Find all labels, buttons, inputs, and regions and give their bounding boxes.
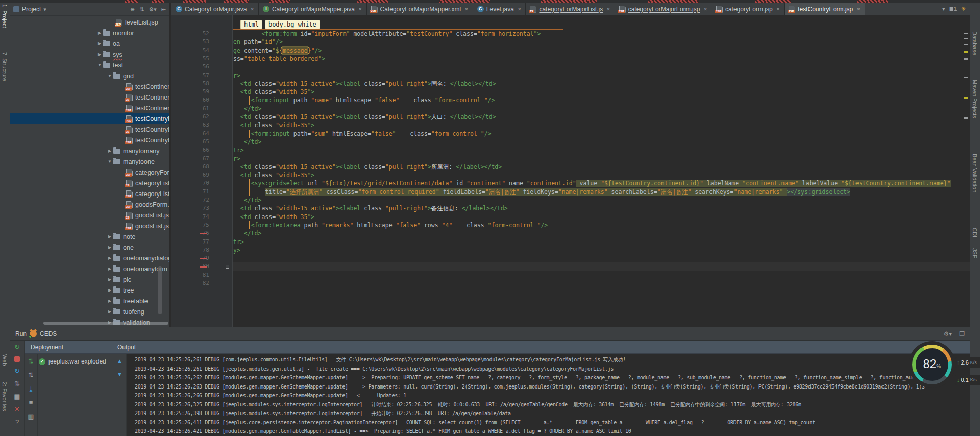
code-line-66[interactable]: tr> xyxy=(233,146,244,155)
project-tree-vscrollbar[interactable] xyxy=(158,266,162,314)
tab-deployment[interactable]: Deployment xyxy=(24,344,113,351)
code-line-73[interactable]: <td class="width-15 active"><label class… xyxy=(233,204,508,213)
code-line-78[interactable]: y> xyxy=(233,246,240,255)
code-editor[interactable]: 5253545556575859606162636465666768697071… xyxy=(172,15,970,327)
toolwindow-button-favorites[interactable]: 2: Favorites xyxy=(2,382,8,411)
code-line-55[interactable]: ss="table table-bordered"> xyxy=(233,55,325,63)
stripe-mark[interactable] xyxy=(964,33,968,34)
tree-item-categoryForm-jsp[interactable]: JSPcategoryForm.jsp xyxy=(10,167,169,178)
editor-tab-CategoryForMajorMapper-java[interactable]: ICategoryForMajorMapper.java✕ xyxy=(259,3,367,15)
code-line-58[interactable]: <td class="width-15 active"><label class… xyxy=(233,80,496,88)
tree-item-grid[interactable]: ▼grid xyxy=(10,70,169,81)
project-view-dropdown-icon[interactable]: ▾ xyxy=(43,6,46,13)
close-icon[interactable]: ✕ xyxy=(358,7,362,12)
list-button[interactable]: ≡ xyxy=(29,399,33,406)
tree-item-one[interactable]: ▶one xyxy=(10,242,169,253)
close-icon[interactable]: ✕ xyxy=(776,7,780,12)
editor-tab-categoryForMajorForm-jsp[interactable]: JSPcategoryForMajorForm.jsp✕ xyxy=(615,3,712,15)
chevron-right-icon[interactable]: ▶ xyxy=(106,267,113,271)
chevron-right-icon[interactable]: ▶ xyxy=(96,31,103,35)
chevron-right-icon[interactable]: ▶ xyxy=(106,309,113,314)
toolwindow-button-cdi[interactable]: CDI xyxy=(972,228,978,237)
code-line-60[interactable]: <form:input path="name" htmlEscape="fals… xyxy=(233,96,495,105)
code-line-70[interactable]: <sys:gridselect url="${ctx}/test/grid/te… xyxy=(233,179,951,188)
monitor-button[interactable]: ▥ xyxy=(28,413,34,420)
code-line-53[interactable]: en path="id"/> xyxy=(233,38,283,46)
run-settings-icon[interactable]: ⚙▾ xyxy=(943,330,952,337)
editor-tab-testCountryForm-jsp[interactable]: JSPtestCountryForm.jsp✕ xyxy=(785,3,865,15)
stop-button[interactable] xyxy=(14,356,20,362)
tree-item-categoryList-jsp[interactable]: JSPcategoryList.jsp xyxy=(10,188,169,199)
close-icon[interactable]: ✕ xyxy=(464,7,469,12)
tree-item-testContinentList-js[interactable]: JStestContinentList.js xyxy=(10,92,169,103)
code-line-65[interactable]: </td> xyxy=(233,138,261,147)
toolwindow-button-web[interactable]: Web xyxy=(2,354,8,366)
next-message-button[interactable]: ▼ xyxy=(117,371,122,377)
hide-panel-icon[interactable]: ⇤ xyxy=(161,6,166,13)
tree-item-oa[interactable]: ▶oa xyxy=(10,38,169,49)
tree-item-onetomanydialog[interactable]: ▶onetomanydialog xyxy=(10,253,169,263)
deployment-item-row[interactable]: ✓ jeeplus:war exploded xyxy=(39,358,106,365)
code-line-57[interactable]: r> xyxy=(233,71,240,80)
prev-message-button[interactable]: ▲ xyxy=(117,358,122,364)
stripe-mark[interactable] xyxy=(964,38,968,39)
toolwindow-button-maven-projects[interactable]: Maven Projects xyxy=(972,80,978,118)
editor-tab-Level-java[interactable]: CLevel.java✕ xyxy=(473,3,526,15)
tree-item-goodsForm-jsp[interactable]: JSPgoodsForm.jsp xyxy=(10,199,169,210)
hidden-tabs-dropdown-icon[interactable]: ▾ xyxy=(942,6,945,12)
code-line-62[interactable]: <td class="width-15 active"><label class… xyxy=(233,113,496,122)
tree-item-testCountryList-jsp[interactable]: JSPtestCountryList.jsp xyxy=(10,135,169,146)
tree-item-sys[interactable]: ▶sys xyxy=(10,49,169,60)
editor-tab-CategoryForMajorMapper-xml[interactable]: XMLCategoryForMajorMapper.xml✕ xyxy=(367,3,473,15)
tree-item-levelList-jsp[interactable]: JSPlevelList.jsp xyxy=(10,17,169,28)
tab-output[interactable]: Output xyxy=(113,344,136,351)
chevron-right-icon[interactable]: ▶ xyxy=(96,52,103,57)
close-icon[interactable]: ✕ xyxy=(606,7,610,12)
chevron-down-icon[interactable]: ▼ xyxy=(106,159,113,164)
tree-item-monitor[interactable]: ▶monitor xyxy=(10,28,169,38)
tree-item-test[interactable]: ▼test xyxy=(10,60,169,70)
code-line-64[interactable]: <form:input path="sum" htmlEscape="false… xyxy=(233,130,492,138)
locate-icon[interactable]: ⊕ xyxy=(130,6,135,13)
stripe-mark[interactable] xyxy=(964,58,968,60)
tree-item-note[interactable]: ▶note xyxy=(10,231,169,242)
editor-tab-categoryForMajorList-js[interactable]: JScategoryForMajorList.js✕ xyxy=(526,3,615,15)
chevron-right-icon[interactable]: ▶ xyxy=(106,299,113,303)
chevron-down-icon[interactable]: ▼ xyxy=(106,74,113,78)
tree-item-tree[interactable]: ▶tree xyxy=(10,285,169,296)
settings-icon[interactable]: ⚙▾ xyxy=(149,6,156,13)
fold-marker[interactable] xyxy=(226,265,229,269)
code-line-52[interactable]: <form:form id="inputForm" modelAttribute… xyxy=(233,30,541,38)
tree-item-categoryList-js[interactable]: JScategoryList.js xyxy=(10,178,169,188)
code-line-71[interactable]: title="选择所属洲" cssClass="form-control req… xyxy=(233,188,850,197)
toolwindow-button-structure[interactable]: 7: Structure xyxy=(2,52,8,81)
code-line-67[interactable]: r> xyxy=(233,155,240,163)
chevron-right-icon[interactable]: ▶ xyxy=(106,256,113,260)
tree-item-pic[interactable]: ▶pic xyxy=(10,274,169,285)
chevron-right-icon[interactable]: ▶ xyxy=(106,149,113,153)
close-icon[interactable]: ✕ xyxy=(856,7,861,12)
toolwindow-button-project[interactable]: 1: Project xyxy=(2,4,8,28)
help-button[interactable]: ? xyxy=(15,419,19,426)
tree-item-testCountryForm-jsp[interactable]: JSPtestCountryForm.jsp xyxy=(10,113,169,124)
toolwindow-button-bean-validation[interactable]: Bean Validation xyxy=(972,154,978,192)
event-log-star-icon[interactable]: ✳ xyxy=(961,6,966,12)
close-icon[interactable]: ✕ xyxy=(250,7,254,12)
stripe-mark[interactable] xyxy=(964,117,968,119)
sync-button[interactable]: ⇅ xyxy=(28,372,34,379)
chevron-right-icon[interactable]: ▶ xyxy=(106,277,113,282)
stripe-mark[interactable] xyxy=(964,97,968,99)
code-line-72[interactable]: </td> xyxy=(233,196,261,205)
chevron-right-icon[interactable]: ▶ xyxy=(96,41,103,46)
tree-item-testContinentForm-jsp[interactable]: JSPtestContinentForm.jsp xyxy=(10,81,169,92)
close-icon[interactable]: ✕ xyxy=(518,7,522,12)
code-line-68[interactable]: <td class="width-15 active"><label class… xyxy=(233,163,502,172)
stripe-mark[interactable] xyxy=(964,51,968,53)
close-icon[interactable]: ✕ xyxy=(703,7,707,12)
project-tree-hscrollbar[interactable] xyxy=(43,322,168,325)
close-button[interactable]: ✕ xyxy=(14,406,20,413)
toolwindow-button-jsf[interactable]: JSF xyxy=(972,248,978,258)
restart-server-button[interactable]: ↻ xyxy=(14,368,20,375)
chevron-right-icon[interactable]: ▶ xyxy=(106,234,113,239)
code-line-77[interactable]: tr> xyxy=(233,238,244,247)
